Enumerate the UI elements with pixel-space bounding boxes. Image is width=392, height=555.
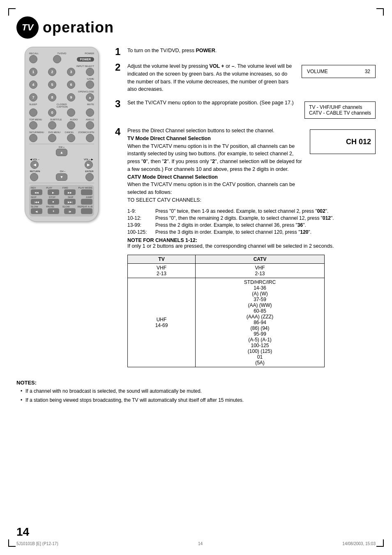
- num3-button[interactable]: 3: [67, 68, 75, 76]
- num4-button[interactable]: 4: [29, 81, 37, 89]
- step-4-text3: ", then ": [146, 159, 164, 164]
- step-2-visual: VOLUME 32: [302, 62, 376, 81]
- sleep-label: SLEEP: [29, 103, 37, 108]
- num5-button[interactable]: 5: [48, 81, 56, 89]
- step-1-text: To turn on the TV/DVD, press: [127, 48, 196, 53]
- ch-down-button[interactable]: ▼: [56, 173, 67, 181]
- step-1-num: 1: [115, 47, 124, 57]
- volume-label: VOLUME: [307, 69, 328, 74]
- slow-left-button[interactable]: ◀|: [31, 208, 42, 214]
- return-label: RETURN: [30, 170, 40, 173]
- play-mode-button[interactable]: [81, 189, 92, 195]
- vol-minus-button[interactable]: ◀: [30, 161, 39, 169]
- jump-button[interactable]: [81, 199, 92, 205]
- footer-right: 14/08/2003, 15:03: [342, 541, 376, 546]
- step-1-bold: POWER: [196, 48, 215, 53]
- input-select-button[interactable]: [86, 68, 94, 76]
- tv-icon-text: TV: [22, 22, 33, 33]
- catv-uhf: STD/HRC/IRC 14-36 (A) (W) 37-59 (AA) (WW…: [196, 278, 325, 367]
- main-content: RECALL TV/DVD POWER POWER INPUT SELECT 1…: [0, 43, 392, 371]
- jump-label: JUMP: [86, 196, 92, 198]
- num1-button[interactable]: 1: [29, 68, 37, 76]
- corner-bracket-bl: [8, 539, 16, 547]
- step-4-text4: ". If you press only ": [167, 159, 212, 164]
- tvdvd-button[interactable]: [53, 55, 61, 63]
- channel-desc-2: Press the 2 digits in order. Example, to…: [155, 222, 306, 228]
- step-2-or: or: [224, 63, 232, 69]
- fwd-button[interactable]: ▶▶: [64, 189, 76, 195]
- setup-menu-label: SETUP/MENU: [29, 131, 44, 134]
- recall-label: RECALL: [29, 52, 39, 55]
- step-4-visual: CH 012: [310, 127, 376, 157]
- step-2: 2 Adjust the volume level by pressing VO…: [115, 62, 295, 93]
- channel-range-3: 100-125:: [127, 229, 152, 235]
- footer-left: 5J10101B [E] (P12-17): [16, 541, 58, 546]
- catv-channels-text: CATV - CABLE TV channels: [309, 110, 371, 116]
- remote-divider-2: [29, 183, 94, 183]
- step-3-num: 3: [115, 99, 124, 109]
- play-label: PLAY: [46, 187, 52, 189]
- num2-button[interactable]: 2: [48, 68, 56, 76]
- repeat-ab-label: REPEAT A–B: [78, 205, 92, 208]
- skip-left-button[interactable]: |◀◀: [31, 199, 42, 205]
- recall-button[interactable]: [29, 55, 37, 63]
- power-label: POWER: [85, 52, 94, 55]
- num0-button[interactable]: 0: [48, 108, 56, 117]
- left-column: RECALL TV/DVD POWER POWER INPUT SELECT 1…: [16, 47, 107, 367]
- enter-button[interactable]: [85, 173, 94, 181]
- tv-channels-text: TV - VHF/UHF channels: [309, 104, 371, 110]
- audio-button[interactable]: [67, 121, 75, 129]
- note-item-0: If a channel with no broadcast is select…: [21, 387, 376, 395]
- num6-button[interactable]: 6: [67, 81, 75, 89]
- channel-desc-0: Press "0" twice, then 1-9 as needed. Exa…: [155, 208, 328, 214]
- audio-label: AUDIO: [70, 118, 78, 121]
- channel-item-2: 13-99: Press the 2 digits in order. Exam…: [127, 222, 376, 228]
- notes-section: NOTES: If a channel with no broadcast is…: [0, 380, 392, 404]
- game-button[interactable]: [86, 81, 94, 89]
- cancel-button[interactable]: [67, 134, 75, 142]
- setup-menu-button[interactable]: [29, 134, 37, 142]
- step-2-row: 2 Adjust the volume level by pressing VO…: [115, 62, 376, 93]
- subtitle-button[interactable]: [48, 121, 56, 129]
- mute-button[interactable]: [86, 108, 94, 117]
- ch-up-button[interactable]: ▲: [56, 149, 67, 156]
- zoom-rtn-label: ZOOM/CH RTN: [78, 131, 94, 134]
- top-menu-button[interactable]: [29, 121, 37, 129]
- angle-button[interactable]: [86, 121, 94, 129]
- subtitle-label: SUBTITLE: [50, 118, 62, 121]
- skip-right-button[interactable]: ▶▶|: [64, 199, 76, 205]
- transport-section: REV PLAY FWD PLAY MODE ◀◀ ▶ ▶▶ SKIP STOP…: [29, 185, 94, 216]
- power-button[interactable]: POWER: [77, 57, 94, 62]
- dvd-menu-button[interactable]: [48, 134, 56, 142]
- return-button[interactable]: [30, 173, 38, 181]
- sleep-button[interactable]: [29, 108, 37, 117]
- zoom-rtn-button[interactable]: [86, 134, 94, 142]
- vol-minus-label: ◀ VOL –: [30, 158, 39, 161]
- step-4-content: Press the Direct Channel selection butto…: [127, 127, 303, 204]
- step-2-minus: –: [232, 63, 235, 69]
- step-2-content: Adjust the volume level by pressing VOL …: [127, 62, 295, 93]
- closed-caption-button[interactable]: [67, 108, 75, 117]
- num7-button[interactable]: 7: [29, 93, 37, 101]
- num9-button[interactable]: 9: [67, 93, 75, 101]
- step-4-row: 4 Press the Direct Channel selection but…: [115, 127, 376, 204]
- vol-plus-button[interactable]: ▶: [85, 161, 93, 169]
- stop-button[interactable]: ■: [48, 199, 59, 205]
- open-close-button[interactable]: ▲: [86, 93, 94, 101]
- slow-right-button[interactable]: |▶: [64, 208, 76, 214]
- corner-bracket-tr: [376, 8, 384, 16]
- num8-button[interactable]: 8: [48, 93, 56, 101]
- page-number: 14: [16, 525, 29, 539]
- repeat-ab-button[interactable]: [81, 208, 92, 214]
- play-button[interactable]: ▶: [48, 189, 59, 195]
- pause-button[interactable]: ⏸: [48, 208, 59, 214]
- step-4-text1: Press the Direct Channel selection butto…: [127, 128, 274, 134]
- step-1-period: .: [215, 48, 217, 53]
- top-menu-label: TOP MENU: [29, 118, 42, 121]
- rev-button[interactable]: ◀◀: [31, 189, 42, 195]
- tv-icon-circle: TV: [16, 16, 39, 39]
- channel-item-3: 100-125: Press the 3 digits in order. Ex…: [127, 229, 376, 235]
- page-footer: 5J10101B [E] (P12-17) 14 14/08/2003, 15:…: [16, 541, 376, 546]
- fwd-label: FWD: [62, 187, 68, 189]
- vol-plus-label: VOL + ▶: [84, 158, 94, 161]
